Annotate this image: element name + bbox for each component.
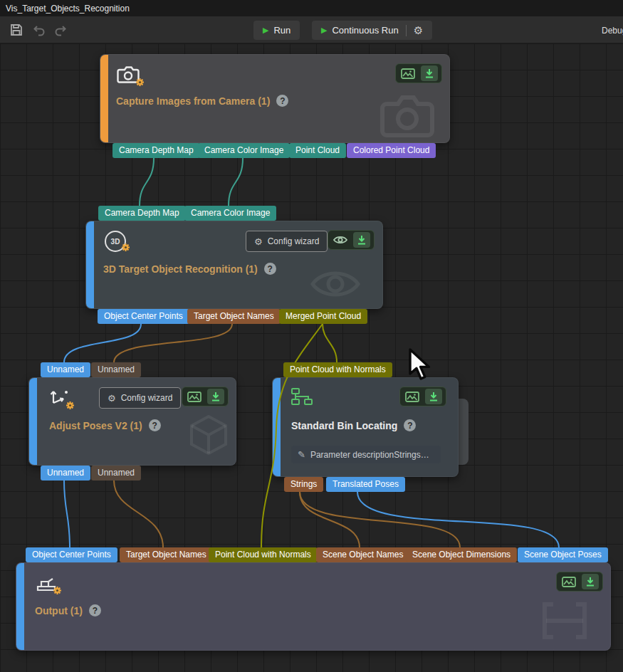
port-scene-object-dimensions-in[interactable]: Scene Object Dimensions [406, 547, 517, 562]
wire-target-object-names[interactable] [114, 324, 232, 362]
mech-vision-window: Vis_Target_Objects_Recognition [0, 0, 623, 672]
run-button[interactable]: ▶ Run [253, 21, 300, 40]
continuous-run-label: Continuous Run [332, 25, 398, 36]
play-icon: ▶ [321, 26, 327, 34]
port-unnamed-out-2[interactable]: Unnamed [91, 466, 141, 481]
title-bar: Vis_Target_Objects_Recognition [0, 0, 623, 16]
wire-unnamed-to-object-center-points[interactable] [64, 481, 70, 547]
wire-strings-to-scene-object-names[interactable] [300, 492, 360, 547]
port-unnamed-in-2[interactable]: Unnamed [91, 362, 141, 377]
port-object-center-points-in[interactable]: Object Center Points [26, 547, 117, 562]
graph-canvas[interactable]: Capture Images from Camera (1) ? 3D [0, 43, 623, 672]
port-point-cloud-out[interactable]: Point Cloud [289, 143, 346, 158]
wire-point-cloud-with-normals[interactable] [261, 324, 323, 547]
undo-icon [32, 23, 46, 37]
wire-object-center-points[interactable] [64, 324, 141, 362]
continuous-run-button[interactable]: ▶ Continuous Run ⚙ [312, 21, 432, 40]
port-target-object-names-in[interactable]: Target Object Names [120, 547, 213, 562]
wire-camera-color-image[interactable] [229, 158, 243, 206]
port-translated-poses-out[interactable]: Translated Poses [326, 477, 405, 492]
port-unnamed-in-1[interactable]: Unnamed [41, 362, 90, 377]
port-strings-out[interactable]: Strings [284, 477, 323, 492]
port-object-center-points-out[interactable]: Object Center Points [98, 309, 189, 324]
window-title: Vis_Target_Objects_Recognition [6, 4, 130, 14]
redo-button[interactable] [51, 21, 70, 39]
wire-unnamed-to-target-object-names[interactable] [114, 481, 163, 547]
wire-merged-point-cloud[interactable] [323, 324, 337, 362]
port-camera-color-image-out[interactable]: Camera Color Image [198, 143, 290, 158]
port-scene-object-poses-in[interactable]: Scene Object Poses [518, 547, 608, 562]
save-button[interactable] [7, 21, 26, 39]
divider [406, 25, 407, 36]
redo-icon [53, 23, 68, 37]
run-settings-gear-icon[interactable]: ⚙ [414, 25, 423, 36]
wire-camera-depth-map[interactable] [140, 158, 154, 206]
debug-label[interactable]: Debug [602, 26, 623, 36]
port-point-cloud-with-normals-in[interactable]: Point Cloud with Normals [283, 362, 392, 377]
undo-button[interactable] [30, 21, 48, 39]
port-scene-object-names-in[interactable]: Scene Object Names [316, 547, 409, 562]
port-colored-point-cloud-out[interactable]: Colored Point Cloud [347, 143, 436, 158]
connection-layer [0, 43, 623, 672]
port-point-cloud-with-normals-in-2[interactable]: Point Cloud with Normals [209, 547, 318, 562]
port-target-object-names-out[interactable]: Target Object Names [187, 309, 281, 324]
main-toolbar: ▶ Run ▶ Continuous Run ⚙ Debug [0, 16, 623, 43]
port-camera-depth-map-out[interactable]: Camera Depth Map [112, 143, 200, 158]
port-camera-color-image-in[interactable]: Camera Color Image [184, 206, 276, 221]
run-label: Run [273, 25, 290, 36]
port-unnamed-out-1[interactable]: Unnamed [41, 466, 90, 481]
port-camera-depth-map-in[interactable]: Camera Depth Map [98, 206, 186, 221]
play-icon: ▶ [263, 26, 268, 34]
port-merged-point-cloud-out[interactable]: Merged Point Cloud [279, 309, 367, 324]
save-icon [9, 23, 23, 37]
wire-translated-poses-to-scene-object-poses[interactable] [357, 492, 559, 547]
